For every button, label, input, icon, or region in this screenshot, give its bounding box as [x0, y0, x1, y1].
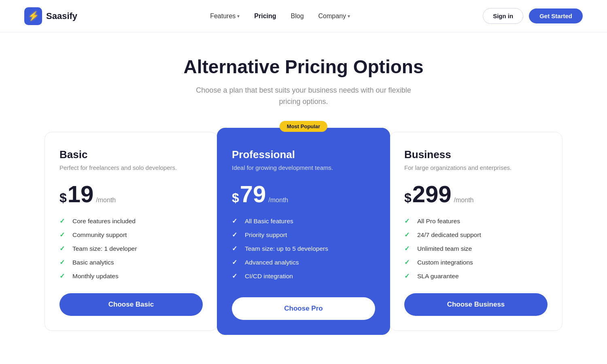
features-list-basic: ✓ Core features included ✓ Community sup… [59, 217, 203, 280]
navbar: ⚡ Saasify Features ▾ Pricing Blog Compan… [0, 0, 607, 32]
pricing-grid: Basic Perfect for freelancers and solo d… [20, 124, 587, 355]
plan-subtitle-business: For large organizations and enterprises. [404, 164, 548, 171]
feature-item: ✓ Priority support [232, 231, 375, 239]
check-icon: ✓ [232, 231, 240, 239]
nav-item-blog[interactable]: Blog [291, 13, 304, 20]
logo[interactable]: ⚡ Saasify [24, 7, 77, 25]
most-popular-badge: Most Popular [280, 121, 327, 132]
hero-subtitle: Choose a plan that best suits your busin… [190, 85, 417, 108]
check-icon: ✓ [59, 272, 68, 280]
features-list-business: ✓ All Pro features ✓ 24/7 dedicated supp… [404, 217, 548, 280]
feature-item: ✓ SLA guarantee [404, 272, 548, 280]
plan-name-basic: Basic [59, 148, 203, 161]
feature-item: ✓ All Basic features [232, 217, 375, 225]
plan-name-pro: Professional [232, 148, 375, 161]
check-icon: ✓ [232, 272, 240, 280]
feature-item: ✓ Monthly updates [59, 272, 203, 280]
feature-item: ✓ Advanced analytics [232, 258, 375, 267]
features-list-pro: ✓ All Basic features ✓ Priority support … [232, 217, 375, 284]
feature-item: ✓ Core features included [59, 217, 203, 225]
price-amount-basic: 19 [68, 182, 94, 206]
check-icon: ✓ [404, 217, 412, 225]
price-period-basic: /month [96, 197, 116, 204]
feature-item: ✓ CI/CD integration [232, 272, 375, 280]
price-amount-pro: 79 [240, 182, 266, 206]
feature-item: ✓ 24/7 dedicated support [404, 231, 548, 239]
getstarted-button[interactable]: Get Started [529, 8, 583, 23]
feature-item: ✓ Community support [59, 231, 203, 239]
price-row-business: $ 299 /month [404, 182, 548, 206]
price-period-business: /month [454, 197, 474, 204]
plan-card-pro: Most Popular Professional Ideal for grow… [217, 128, 390, 335]
check-icon: ✓ [59, 258, 68, 267]
feature-item: ✓ Basic analytics [59, 258, 203, 267]
price-dollar-pro: $ [232, 190, 239, 205]
check-icon: ✓ [232, 258, 240, 267]
check-icon: ✓ [404, 245, 412, 253]
feature-item: ✓ Team size: 1 developer [59, 245, 203, 253]
logo-text: Saasify [46, 11, 77, 21]
nav-item-pricing[interactable]: Pricing [254, 13, 276, 20]
signin-button[interactable]: Sign in [483, 8, 523, 24]
plan-card-basic: Basic Perfect for freelancers and solo d… [45, 132, 218, 331]
plan-card-business: Business For large organizations and ent… [389, 132, 562, 331]
logo-icon: ⚡ [24, 7, 42, 25]
price-period-pro: /month [268, 197, 288, 204]
feature-item: ✓ Team size: up to 5 developers [232, 245, 375, 253]
check-icon: ✓ [404, 258, 412, 267]
feature-item: ✓ Unlimited team size [404, 245, 548, 253]
chevron-down-icon: ▾ [348, 13, 350, 19]
price-amount-business: 299 [412, 182, 452, 206]
check-icon: ✓ [59, 245, 68, 253]
nav-item-company[interactable]: Company ▾ [318, 13, 350, 20]
nav-actions: Sign in Get Started [483, 8, 583, 24]
check-icon: ✓ [59, 231, 68, 239]
check-icon: ✓ [404, 231, 412, 239]
check-icon: ✓ [232, 217, 240, 225]
feature-item: ✓ All Pro features [404, 217, 548, 225]
price-row-basic: $ 19 /month [59, 182, 203, 206]
price-dollar-basic: $ [59, 190, 67, 205]
price-row-pro: $ 79 /month [232, 182, 375, 206]
plan-subtitle-pro: Ideal for growing development teams. [232, 164, 375, 171]
nav-item-features[interactable]: Features ▾ [210, 13, 240, 20]
chevron-down-icon: ▾ [237, 13, 240, 19]
nav-links: Features ▾ Pricing Blog Company ▾ [210, 13, 350, 20]
plan-subtitle-basic: Perfect for freelancers and solo develop… [59, 164, 203, 171]
choose-business-button[interactable]: Choose Business [404, 293, 548, 316]
check-icon: ✓ [232, 245, 240, 253]
price-dollar-business: $ [404, 190, 412, 205]
feature-item: ✓ Custom integrations [404, 258, 548, 267]
choose-basic-button[interactable]: Choose Basic [59, 293, 203, 316]
plan-name-business: Business [404, 148, 548, 161]
choose-pro-button[interactable]: Choose Pro [232, 297, 375, 320]
hero-section: Alternative Pricing Options Choose a pla… [0, 32, 607, 124]
hero-title: Alternative Pricing Options [16, 57, 591, 77]
check-icon: ✓ [404, 272, 412, 280]
check-icon: ✓ [59, 217, 68, 225]
